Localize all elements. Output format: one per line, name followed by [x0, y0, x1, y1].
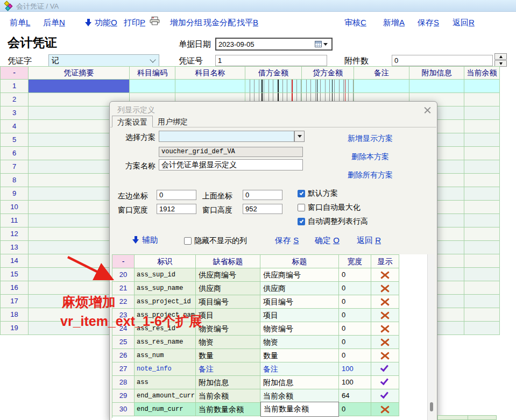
cell-num[interactable]: 22	[112, 295, 135, 309]
date-dropdown-button[interactable]	[312, 40, 330, 48]
cell-title[interactable]: 供应商	[260, 282, 339, 295]
tab-scheme-settings[interactable]: 方案设置	[112, 116, 153, 127]
cell-show[interactable]	[371, 282, 399, 295]
row-number[interactable]: 14	[1, 254, 29, 268]
cell-w[interactable]: 64	[339, 389, 371, 403]
cell-w[interactable]: 0	[339, 309, 371, 322]
row-number[interactable]: 9	[1, 187, 29, 201]
cell-def[interactable]: 数量	[196, 349, 260, 362]
voucher-cell[interactable]	[464, 295, 500, 308]
row-number[interactable]: 8	[1, 174, 29, 187]
header-debit-amount[interactable]: 借方金额	[245, 67, 302, 80]
add-group-button[interactable]: 增加分组	[170, 18, 202, 28]
table-scrollbar[interactable]	[427, 254, 435, 420]
cell-num[interactable]: 30	[112, 403, 135, 416]
audit-button[interactable]: 审核C	[344, 18, 366, 28]
prev-doc-button[interactable]: 前单L	[10, 18, 30, 28]
header-title[interactable]: 标题	[260, 255, 339, 268]
cell-id[interactable]: ass_project_id	[135, 295, 196, 309]
cell-def[interactable]: 物资编号	[196, 322, 260, 336]
row-number[interactable]: 15	[1, 268, 29, 281]
cell-show[interactable]	[371, 403, 399, 416]
cell-w[interactable]: 0	[339, 336, 371, 349]
header-extra-info[interactable]: 附加信息	[409, 67, 464, 80]
cell-def[interactable]: 当前数量余额	[196, 403, 260, 416]
voucher-cell[interactable]	[464, 174, 500, 187]
voucher-cell[interactable]	[464, 80, 500, 93]
new-button[interactable]: 新增A	[383, 18, 405, 28]
header-current-balance[interactable]: 当前余额	[464, 67, 500, 80]
scheme-select-dropdown-button[interactable]	[294, 131, 305, 142]
add-scheme-link[interactable]: 新增显示方案	[348, 134, 393, 144]
cell-id[interactable]: ass_sup_name	[135, 282, 196, 295]
cell-show[interactable]	[371, 268, 399, 282]
cell-num[interactable]: 26	[112, 349, 135, 362]
cell-w[interactable]: 100	[339, 362, 371, 376]
header-width[interactable]: 宽度	[339, 255, 371, 268]
checkbox-auto-row-height[interactable]: 自动调整列表行高	[298, 217, 368, 226]
scrollbar-thumb[interactable]	[430, 402, 433, 411]
cell-def[interactable]: 当前余额	[196, 389, 260, 403]
header-credit-amount[interactable]: 贷方金额	[302, 67, 354, 80]
voucher-cell[interactable]	[464, 281, 500, 295]
printer-icon-button[interactable]	[150, 17, 160, 27]
voucher-cell[interactable]	[130, 80, 175, 93]
checkbox-auto-maximize[interactable]: 窗口自动最大化	[298, 203, 361, 212]
cell-num[interactable]: 25	[112, 336, 135, 349]
checkbox-default-scheme[interactable]: 默认方案	[298, 189, 338, 198]
voucher-cell[interactable]	[464, 187, 500, 201]
header-summary[interactable]: 凭证摘要	[29, 67, 130, 80]
cell-def[interactable]: 项目编号	[196, 295, 260, 309]
cell-show[interactable]	[371, 322, 399, 336]
dialog-save-button[interactable]: 保存 S	[275, 236, 299, 246]
voucher-cell[interactable]	[302, 80, 354, 93]
cell-w[interactable]: 100	[339, 376, 371, 389]
cell-def[interactable]: 物资	[196, 336, 260, 349]
header-account-code[interactable]: 科目编码	[130, 67, 175, 80]
cell-show[interactable]	[371, 349, 399, 362]
cell-title[interactable]: 项目编号	[260, 295, 339, 309]
cell-title[interactable]: 附加信息	[260, 376, 339, 389]
header-note[interactable]: 备注	[354, 67, 409, 80]
voucher-cell[interactable]	[409, 80, 464, 93]
row-number[interactable]: 18	[1, 308, 29, 322]
voucher-cell[interactable]	[464, 254, 500, 268]
print-button[interactable]: 打印P	[124, 18, 145, 28]
cell-show[interactable]	[371, 336, 399, 349]
voucher-cell[interactable]	[464, 227, 500, 241]
row-number[interactable]: 12	[1, 227, 29, 241]
functions-button[interactable]: 功能O	[85, 18, 117, 28]
cell-id[interactable]: note_info	[135, 362, 196, 376]
return-button[interactable]: 返回R	[453, 18, 475, 28]
cell-show[interactable]	[371, 309, 399, 322]
voucher-cell[interactable]	[464, 268, 500, 281]
dialog-return-button[interactable]: 返回 R	[357, 236, 381, 246]
cell-title[interactable]: 备注	[260, 362, 339, 376]
voucher-cell[interactable]	[464, 106, 500, 120]
cell-title[interactable]: 当前余额	[260, 389, 339, 403]
cell-title[interactable]: 当前数量余额	[260, 402, 339, 417]
cell-show[interactable]	[371, 389, 399, 403]
row-number[interactable]: 3	[1, 106, 29, 120]
attachment-count-input[interactable]: 0	[392, 55, 493, 66]
voucher-no-input[interactable]: 1	[215, 55, 327, 66]
cell-num[interactable]: 28	[112, 376, 135, 389]
row-number[interactable]: 7	[1, 160, 29, 174]
cell-title[interactable]: 物资	[260, 336, 339, 349]
header-visible[interactable]: 显示	[371, 255, 399, 268]
voucher-word-select[interactable]: 记	[48, 54, 159, 67]
doc-date-input[interactable]: 2023-09-05	[215, 38, 333, 51]
tab-user-binding[interactable]: 用户绑定	[153, 116, 193, 127]
dialog-close-button[interactable]	[424, 106, 432, 113]
header-default-title[interactable]: 缺省标题	[196, 255, 260, 268]
row-number[interactable]: 10	[1, 201, 29, 214]
cell-w[interactable]: 0	[339, 322, 371, 336]
window-width-input[interactable]: 1912	[157, 204, 196, 214]
delete-all-schemes-link[interactable]: 删除所有方案	[348, 170, 393, 180]
row-number[interactable]: 6	[1, 147, 29, 160]
cell-def[interactable]: 供应商	[196, 282, 260, 295]
row-number[interactable]: 1	[1, 80, 29, 93]
row-number[interactable]: 17	[1, 295, 29, 308]
dialog-ok-button[interactable]: 确定 O	[315, 236, 340, 246]
balance-button[interactable]: 找平B	[237, 18, 258, 28]
